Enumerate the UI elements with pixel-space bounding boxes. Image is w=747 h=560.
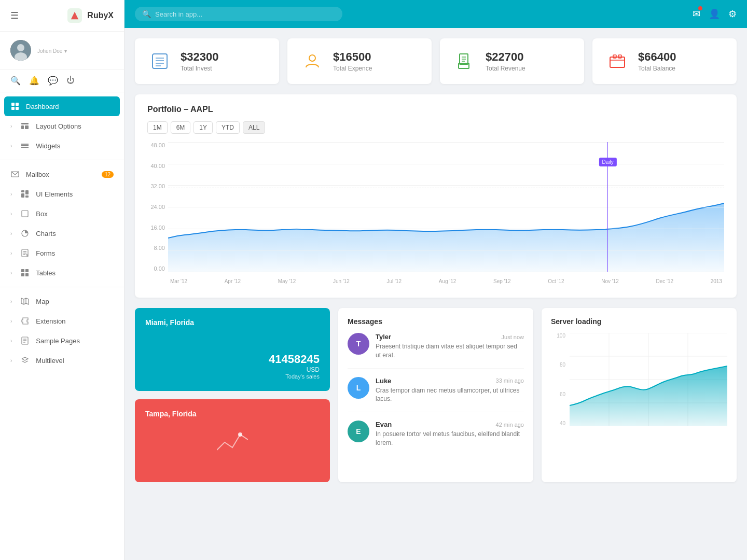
grid-line xyxy=(168,164,724,164)
miami-sublabel: Today's sales xyxy=(269,373,320,380)
icon-actions: 🔍 🔔 💬 ⏻ xyxy=(0,69,124,92)
revenue-icon xyxy=(452,49,477,74)
search-bar[interactable]: 🔍 xyxy=(135,7,342,21)
message-item-tyler: T Tyler Just now Praesent tristique diam… xyxy=(348,333,524,369)
svg-rect-26 xyxy=(25,269,29,272)
svg-point-41 xyxy=(309,55,315,61)
svg-rect-28 xyxy=(25,273,29,276)
sidebar-item-label: Layout Options xyxy=(36,122,81,130)
arrow-icon: › xyxy=(10,338,12,344)
svg-rect-15 xyxy=(21,190,24,192)
svg-rect-36 xyxy=(153,54,167,68)
stat-card-balance: $66400 Total Balance xyxy=(592,38,737,84)
sidebar-item-box[interactable]: › Box xyxy=(0,204,124,223)
sidebar-item-layout-options[interactable]: › Layout Options xyxy=(0,116,124,136)
x-label: Sep '12 xyxy=(493,278,511,284)
svg-rect-7 xyxy=(16,107,19,110)
x-label: 2013 xyxy=(711,278,722,284)
expense-label: Total Expence xyxy=(333,65,372,72)
chat-icon[interactable]: 💬 xyxy=(48,76,58,86)
filter-ytd[interactable]: YTD xyxy=(216,121,240,134)
svg-rect-11 xyxy=(21,144,29,145)
server-card: Server loading 100 80 60 40 xyxy=(542,308,737,482)
sidebar-item-label: Tables xyxy=(36,269,56,277)
evan-text: In posuere tortor vel metus faucibus, el… xyxy=(376,430,524,447)
sidebar-item-map[interactable]: › Map xyxy=(0,291,124,311)
hamburger-icon[interactable]: ☰ xyxy=(10,10,19,21)
location-card-miami: Miami, Florida 4 xyxy=(135,308,330,391)
mailbox-badge: 12 xyxy=(102,171,114,178)
balance-label: Total Balance xyxy=(638,65,676,72)
filter-1m[interactable]: 1M xyxy=(147,121,168,134)
invest-label: Total Invest xyxy=(181,65,218,72)
x-label: Mar '12 xyxy=(170,278,187,284)
miami-chart xyxy=(145,333,167,374)
expense-value: $16500 xyxy=(333,50,372,64)
tooltip-marker: Daily xyxy=(607,142,608,272)
search-icon[interactable]: 🔍 xyxy=(10,76,21,86)
arrow-icon: › xyxy=(10,270,12,276)
sidebar-item-tables[interactable]: › Tables xyxy=(0,263,124,283)
sidebar-item-multilevel[interactable]: › Multilevel xyxy=(0,351,124,370)
x-label: Oct '12 xyxy=(548,278,564,284)
sidebar-item-label: Multilevel xyxy=(36,357,64,365)
forms-icon xyxy=(20,248,30,258)
stat-card-invest: $32300 Total Invest xyxy=(135,38,279,84)
sidebar-item-dashboard[interactable]: Dashboard xyxy=(4,96,120,116)
y-label: 8.00 xyxy=(154,245,165,251)
sidebar-item-widgets[interactable]: › Widgets xyxy=(0,136,124,156)
mail-header-icon[interactable]: ✉ xyxy=(693,8,700,20)
revenue-label: Total Revenue xyxy=(486,65,525,72)
message-item-luke: L Luke 33 min ago Cras tempor diam nec m… xyxy=(348,377,524,413)
chart-y-labels: 48.00 40.00 32.00 24.00 16.00 8.00 0.00 xyxy=(147,142,168,272)
sidebar-item-extension[interactable]: › Extension xyxy=(0,311,124,331)
invest-value: $32300 xyxy=(181,50,218,64)
svg-rect-25 xyxy=(21,269,24,272)
brand-name: RubyX xyxy=(87,11,114,20)
arrow-icon: › xyxy=(10,211,12,217)
filter-all[interactable]: ALL xyxy=(243,121,265,134)
expense-icon xyxy=(300,49,325,74)
y-label: 24.00 xyxy=(150,204,165,210)
filter-1y[interactable]: 1Y xyxy=(193,121,213,134)
invest-icon xyxy=(147,49,172,74)
sidebar-item-charts[interactable]: › Charts xyxy=(0,223,124,243)
sidebar-item-ui-elements[interactable]: › UI Elements xyxy=(0,184,124,204)
luke-time: 33 min ago xyxy=(496,377,524,384)
location-cards: Miami, Florida 4 xyxy=(135,308,330,482)
content-area: $32300 Total Invest $16500 Total Expence xyxy=(125,28,747,560)
svg-rect-18 xyxy=(25,195,29,198)
stats-row: $32300 Total Invest $16500 Total Expence xyxy=(135,38,737,84)
power-icon[interactable]: ⏻ xyxy=(66,76,75,86)
message-item-evan: E Evan 42 min ago In posuere tortor vel … xyxy=(348,421,524,447)
sidebar-item-mailbox[interactable]: Mailbox 12 xyxy=(0,164,124,184)
balance-icon xyxy=(605,49,630,74)
nav-divider xyxy=(0,160,124,160)
miami-title: Miami, Florida xyxy=(145,318,320,327)
svg-rect-13 xyxy=(21,147,29,148)
charts-icon xyxy=(20,229,30,238)
grid-line xyxy=(168,142,724,143)
grid-line xyxy=(168,250,724,250)
sidebar-item-sample-pages[interactable]: › Sample Pages xyxy=(0,331,124,351)
chart-body: Daily xyxy=(168,142,724,272)
arrow-icon: › xyxy=(10,358,12,363)
dashed-line xyxy=(168,188,724,188)
sidebar-item-label: Box xyxy=(36,210,47,218)
x-label: Jul '12 xyxy=(387,278,402,284)
header: 🔍 ✉ 👤 ⚙ xyxy=(125,0,747,28)
server-chart: 100 80 60 40 xyxy=(551,333,727,426)
sidebar-item-forms[interactable]: › Forms xyxy=(0,243,124,263)
filter-6m[interactable]: 6M xyxy=(171,121,191,134)
user-header-icon[interactable]: 👤 xyxy=(709,8,720,20)
portfolio-card: Portfolio – AAPL 1M 6M 1Y YTD ALL 48.00 … xyxy=(135,94,737,298)
search-input[interactable] xyxy=(155,10,335,18)
sidebar: ☰ RubyX Johen Doe ▾ 🔍 🔔 💬 xyxy=(0,0,125,560)
bell-icon[interactable]: 🔔 xyxy=(29,76,39,86)
svg-rect-9 xyxy=(21,125,24,129)
miami-value: 41458245 xyxy=(269,353,320,366)
revenue-value: $22700 xyxy=(486,50,525,64)
box-icon xyxy=(20,209,30,218)
settings-icon[interactable]: ⚙ xyxy=(728,8,737,20)
tyler-name: Tyler xyxy=(376,333,391,341)
